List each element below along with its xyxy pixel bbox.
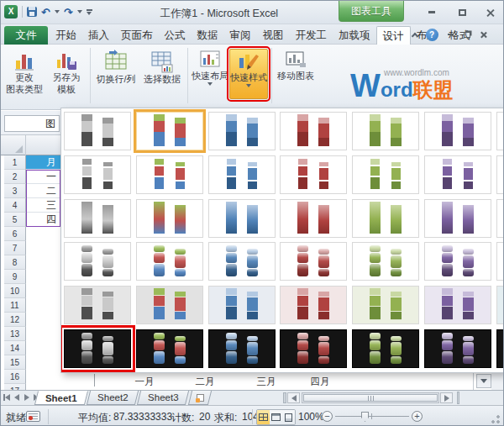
style-thumbnail-flat-grayscale[interactable] [64, 112, 131, 150]
style-thumbnail-tint-colorful[interactable] [136, 286, 203, 324]
style-thumbnail-grad-blue[interactable] [208, 199, 276, 238]
save-as-template-button[interactable]: 另存为 模板 [46, 48, 87, 100]
workbook-restore-icon[interactable] [459, 28, 475, 41]
style-thumbnail-flat-blue[interactable] [208, 112, 276, 150]
redo-dropdown-icon[interactable] [77, 10, 82, 13]
row-header-9[interactable]: 9 [4, 270, 26, 284]
style-thumbnail-bevel-blue[interactable] [208, 242, 276, 281]
change-chart-type-button[interactable]: 更改 图表类型 [4, 48, 45, 100]
row-header-11[interactable]: 11 [4, 298, 26, 313]
row-header-6[interactable]: 6 [4, 227, 26, 241]
row-header-8[interactable]: 8 [4, 255, 26, 270]
select-all-corner[interactable] [4, 135, 26, 155]
undo-icon[interactable]: ↶ [41, 7, 50, 18]
cell-a5[interactable]: 四 [26, 213, 60, 227]
tab-公式[interactable]: 公式 [159, 26, 192, 45]
scroll-split-handle[interactable] [457, 392, 459, 404]
hscroll-thumb[interactable] [303, 394, 438, 402]
style-thumbnail-grad-aqua[interactable] [496, 199, 504, 238]
style-thumbnail-dark-blue[interactable] [208, 329, 276, 368]
zoom-out-button[interactable]: − [322, 411, 333, 422]
quick-layout-button[interactable]: 快速布局 [191, 48, 229, 100]
style-thumbnail-flat-aqua[interactable] [496, 112, 504, 150]
insert-sheet-button[interactable] [188, 391, 212, 405]
page-break-view-button[interactable] [282, 410, 295, 424]
style-thumbnail-outline-purple[interactable] [424, 155, 491, 194]
first-sheet-icon[interactable] [3, 392, 10, 402]
hscroll-right-button[interactable] [440, 392, 453, 403]
style-thumbnail-grad-green[interactable] [352, 199, 419, 238]
style-thumbnail-bevel-red[interactable] [280, 242, 347, 281]
workbook-minimize-icon[interactable] [443, 28, 458, 41]
sheet-tab-sheet2[interactable]: Sheet2 [87, 391, 139, 405]
row-header-4[interactable]: 4 [4, 198, 26, 213]
name-box[interactable]: 图 [4, 115, 60, 132]
restore-button[interactable] [453, 6, 471, 18]
tab-开发工[interactable]: 开发工 [290, 26, 333, 45]
sheet-tab-sheet3[interactable]: Sheet3 [137, 391, 190, 405]
style-thumbnail-grad-red[interactable] [280, 199, 347, 238]
style-thumbnail-tint-green[interactable] [352, 286, 419, 324]
collapse-ribbon-icon[interactable] [407, 28, 423, 41]
style-thumbnail-flat-colorful[interactable] [136, 112, 203, 150]
style-thumbnail-dark-colorful[interactable] [136, 329, 203, 368]
move-chart-button[interactable]: 移动图表 [275, 48, 317, 100]
tab-页面布[interactable]: 页面布 [115, 26, 159, 45]
undo-dropdown-icon[interactable] [55, 10, 60, 13]
normal-view-button[interactable] [257, 410, 270, 424]
resize-grip[interactable] [491, 414, 501, 424]
style-thumbnail-flat-purple[interactable] [424, 112, 491, 150]
row-header-2[interactable]: 2 [4, 170, 26, 184]
row-header-17[interactable]: 17 [4, 384, 26, 390]
style-thumbnail-outline-colorful[interactable] [136, 155, 203, 194]
tab-视图[interactable]: 视图 [257, 26, 290, 45]
tab-开始[interactable]: 开始 [50, 26, 82, 45]
style-thumbnail-bevel-green[interactable] [352, 242, 419, 281]
tab-插入[interactable]: 插入 [82, 26, 115, 45]
row-header-7[interactable]: 7 [4, 241, 26, 255]
style-thumbnail-grad-grayscale[interactable] [64, 199, 131, 238]
style-thumbnail-tint-aqua[interactable] [496, 286, 504, 324]
style-thumbnail-bevel-grayscale[interactable] [64, 242, 131, 281]
cell-a1[interactable]: 月 [26, 155, 60, 170]
prev-sheet-icon[interactable] [13, 392, 20, 402]
style-thumbnail-dark-green[interactable] [352, 329, 419, 368]
row-header-15[interactable]: 15 [4, 355, 26, 370]
style-thumbnail-tint-blue[interactable] [208, 286, 276, 324]
tab-审阅[interactable]: 审阅 [224, 26, 257, 45]
workbook-close-icon[interactable] [476, 28, 491, 41]
next-sheet-icon[interactable] [24, 392, 30, 402]
close-button[interactable] [481, 6, 500, 18]
sheet-tab-sheet1[interactable]: Sheet1 [34, 391, 88, 405]
style-thumbnail-tint-purple[interactable] [424, 286, 491, 324]
style-thumbnail-outline-green[interactable] [352, 155, 419, 194]
style-thumbnail-outline-red[interactable] [280, 155, 347, 194]
redo-icon[interactable]: ↷ [64, 7, 73, 18]
help-icon[interactable]: ? [424, 28, 439, 41]
style-thumbnail-outline-grayscale[interactable] [64, 155, 131, 194]
row-header-13[interactable]: 13 [4, 327, 26, 341]
macro-record-icon[interactable] [26, 411, 40, 422]
hscroll-left-button[interactable] [287, 392, 300, 403]
tab-设计[interactable]: 设计 [376, 26, 411, 45]
row-header-5[interactable]: 5 [4, 213, 26, 227]
hscroll-track[interactable] [302, 392, 439, 403]
tab-加载项[interactable]: 加载项 [333, 26, 376, 45]
style-thumbnail-bevel-purple[interactable] [424, 242, 491, 281]
excel-logo-icon[interactable]: X [4, 5, 18, 18]
style-thumbnail-tint-grayscale[interactable] [64, 286, 131, 324]
style-thumbnail-flat-red[interactable] [280, 112, 347, 150]
row-header-3[interactable]: 3 [4, 184, 26, 198]
customize-qat-icon[interactable] [87, 9, 92, 15]
row-header-14[interactable]: 14 [4, 341, 26, 355]
style-thumbnail-grad-purple[interactable] [424, 199, 491, 238]
tab-split-handle[interactable] [283, 392, 286, 403]
switch-row-column-button[interactable]: 切换行/列 [92, 48, 140, 100]
select-data-button[interactable]: 选择数据 [140, 48, 184, 100]
save-icon[interactable] [27, 7, 37, 17]
style-thumbnail-dark-aqua[interactable] [496, 329, 504, 368]
zoom-slider-thumb[interactable] [361, 412, 369, 422]
style-thumbnail-dark-grayscale[interactable] [64, 329, 131, 368]
row-header-12[interactable]: 12 [4, 313, 26, 327]
vertical-scroll-down-button[interactable] [476, 374, 491, 388]
